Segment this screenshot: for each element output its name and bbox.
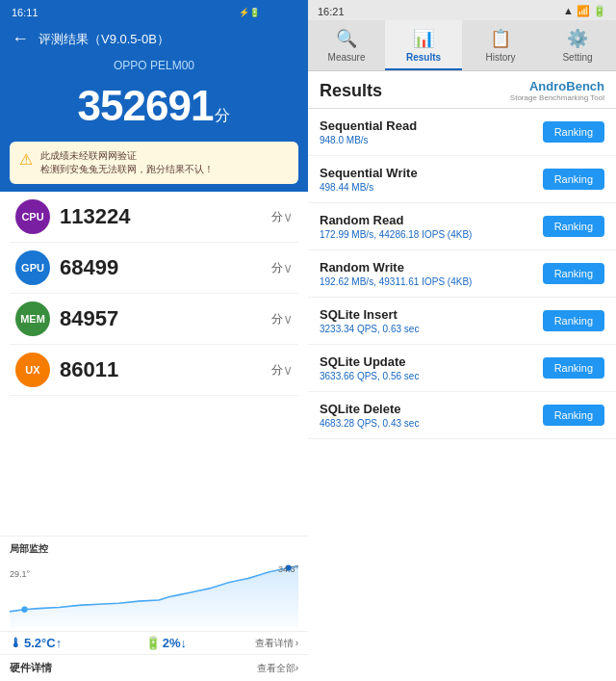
right-panel: 16:21 ▲ 📶 🔋 🔍 Measure 📊 Results 📋 Histor… [308, 0, 616, 681]
rand-write-ranking-button[interactable]: Ranking [543, 263, 604, 284]
right-status-bar: 16:21 ▲ 📶 🔋 [308, 0, 616, 20]
result-info-sqlite-insert: SQLite Insert 3233.34 QPS, 0.63 sec [320, 307, 543, 334]
temp-value: 5.2°C↑ [24, 636, 62, 650]
seq-read-name: Sequential Read [320, 118, 543, 133]
result-row-sqlite-delete: SQLite Delete 4683.28 QPS, 0.43 sec Rank… [308, 392, 616, 439]
result-row-sqlite-insert: SQLite Insert 3233.34 QPS, 0.63 sec Rank… [308, 298, 616, 345]
result-row-rand-write: Random Write 192.62 MB/s, 49311.61 IOPS … [308, 250, 616, 298]
bottom-stats: 🌡 5.2°C↑ 🔋 2%↓ 查看详情 › [0, 631, 308, 654]
result-row-sqlite-update: SQLite Update 3633.66 QPS, 0.56 sec Rank… [308, 345, 616, 392]
ux-chevron: ∨ [283, 362, 293, 378]
sqlite-delete-value: 4683.28 QPS, 0.43 sec [320, 418, 543, 429]
seq-write-value: 498.44 MB/s [320, 182, 543, 193]
warning-text: 此成绩未经联网网验证 检测到安兔兔无法联网，跑分结果不认！ [40, 149, 214, 176]
nav-measure-label: Measure [328, 52, 366, 63]
main-score: 352691 [78, 82, 214, 129]
chart-icon: 📊 [413, 28, 434, 49]
result-info-sqlite-update: SQLite Update 3633.66 QPS, 0.56 sec [320, 354, 543, 381]
chart-temp-start: 29.1° [10, 569, 30, 579]
hardware-label: 硬件详情 [10, 661, 52, 675]
view-all-chevron: › [295, 663, 298, 673]
rand-read-ranking-button[interactable]: Ranking [543, 216, 604, 237]
seq-read-value: 948.0 MB/s [320, 135, 543, 145]
right-nav: 🔍 Measure 📊 Results 📋 History ⚙️ Setting [308, 20, 616, 71]
chart-temp-end: 34.3° [278, 564, 298, 574]
rand-write-name: Random Write [320, 260, 543, 275]
mem-score: 84957 [60, 306, 270, 331]
seq-write-name: Sequential Write [320, 166, 543, 180]
left-time: 16:11 [12, 7, 38, 18]
svg-point-1 [21, 606, 27, 612]
right-time: 16:21 [318, 6, 345, 17]
andro-part1: Andro [529, 79, 566, 93]
left-status-icons: ⚡🔋 [239, 6, 296, 19]
left-panel: 16:11 ⚡🔋 ← 评测结果（V9.0.5-0B） OPPO PELM00 3… [0, 0, 308, 681]
thermometer-icon: 🌡 [10, 636, 22, 650]
score-item-mem[interactable]: MEM 84957 分 ∨ [10, 294, 298, 345]
svg-text:⚡🔋: ⚡🔋 [239, 7, 261, 17]
search-icon: 🔍 [336, 28, 357, 49]
nav-measure[interactable]: 🔍 Measure [308, 20, 385, 70]
gpu-chevron: ∨ [283, 260, 293, 275]
result-info-seq-read: Sequential Read 948.0 MB/s [320, 118, 543, 145]
ux-badge: UX [15, 353, 50, 387]
view-all-link[interactable]: 查看全部 › [257, 662, 298, 675]
nav-history-label: History [485, 52, 515, 63]
right-status-icons: ▲ 📶 🔋 [563, 5, 606, 17]
history-icon: 📋 [490, 28, 511, 49]
cpu-chevron: ∨ [283, 209, 293, 224]
result-row-seq-write: Sequential Write 498.44 MB/s Ranking [308, 156, 616, 203]
left-status-bar: 16:11 ⚡🔋 [0, 0, 308, 23]
sqlite-insert-value: 3233.34 QPS, 0.63 sec [320, 324, 543, 334]
score-item-gpu[interactable]: GPU 68499 分 ∨ [10, 243, 298, 294]
cpu-badge: CPU [15, 199, 50, 234]
nav-results-label: Results [406, 52, 441, 63]
sqlite-update-ranking-button[interactable]: Ranking [543, 357, 604, 379]
battery-icon: 🔋 [145, 636, 161, 650]
result-info-rand-write: Random Write 192.62 MB/s, 49311.61 IOPS … [320, 260, 543, 287]
temp-chart [10, 560, 298, 627]
score-list: CPU 113224 分 ∨ GPU 68499 分 ∨ MEM 84957 分… [0, 192, 308, 536]
ux-score: 86011 [60, 357, 270, 382]
result-row-seq-read: Sequential Read 948.0 MB/s Ranking [308, 109, 616, 156]
seq-write-ranking-button[interactable]: Ranking [543, 169, 604, 190]
detail-link[interactable]: 查看详情 › [255, 637, 298, 650]
battery-stat: 🔋 2%↓ [145, 636, 187, 650]
score-item-ux[interactable]: UX 86011 分 ∨ [10, 345, 298, 396]
rand-write-value: 192.62 MB/s, 49311.61 IOPS (4KB) [320, 276, 543, 287]
sqlite-update-name: SQLite Update [320, 354, 543, 369]
mem-badge: MEM [15, 301, 50, 336]
sqlite-delete-name: SQLite Delete [320, 402, 543, 416]
warning-line2: 检测到安兔兔无法联网，跑分结果不认！ [40, 163, 214, 176]
nav-history[interactable]: 📋 History [462, 20, 539, 70]
sqlite-delete-ranking-button[interactable]: Ranking [543, 405, 604, 426]
result-info-sqlite-delete: SQLite Delete 4683.28 QPS, 0.43 sec [320, 402, 543, 429]
score-unit: 分 [215, 107, 230, 123]
nav-setting[interactable]: ⚙️ Setting [539, 20, 616, 70]
nav-setting-label: Setting [562, 52, 592, 63]
view-all-label: 查看全部 [257, 662, 295, 675]
warning-box: ⚠ 此成绩未经联网网验证 检测到安兔兔无法联网，跑分结果不认！ [10, 142, 298, 184]
result-info-seq-write: Sequential Write 498.44 MB/s [320, 166, 543, 193]
result-info-rand-read: Random Read 172.99 MB/s, 44286.18 IOPS (… [320, 213, 543, 240]
chevron-right-icon: › [295, 638, 298, 648]
nav-results[interactable]: 📊 Results [385, 20, 462, 70]
detail-link-label: 查看详情 [255, 637, 294, 650]
mem-chevron: ∨ [283, 311, 293, 327]
temp-stat: 🌡 5.2°C↑ [10, 636, 62, 650]
battery-value: 2%↓ [163, 636, 187, 650]
score-section: 352691分 [0, 76, 308, 142]
sqlite-update-value: 3633.66 QPS, 0.56 sec [320, 371, 543, 381]
back-button[interactable]: ← [12, 29, 29, 49]
rand-read-name: Random Read [320, 213, 543, 227]
gpu-badge: GPU [15, 250, 50, 285]
gear-icon: ⚙️ [567, 28, 588, 49]
seq-read-ranking-button[interactable]: Ranking [543, 121, 604, 143]
score-item-cpu[interactable]: CPU 113224 分 ∨ [10, 192, 298, 243]
andro-subtitle: Storage Benchmarking Tool [510, 93, 604, 102]
result-row-rand-read: Random Read 172.99 MB/s, 44286.18 IOPS (… [308, 203, 616, 250]
sqlite-insert-name: SQLite Insert [320, 307, 543, 322]
sqlite-insert-ranking-button[interactable]: Ranking [543, 310, 604, 331]
cpu-score: 113224 [60, 204, 270, 229]
warning-line1: 此成绩未经联网网验证 [40, 149, 214, 163]
